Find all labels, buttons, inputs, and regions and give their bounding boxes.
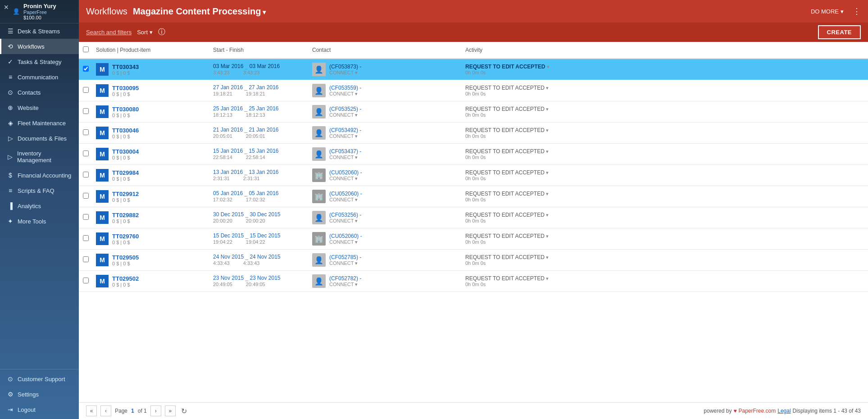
table-row[interactable]: M TT029502 0 $ | 0 $ 23 Nov 2015 _ 23 No…	[79, 271, 868, 292]
row-checkbox-7[interactable]	[83, 214, 89, 220]
contact-id[interactable]: (CF052785) -	[329, 254, 361, 260]
tt-number[interactable]: TT030095	[112, 85, 139, 91]
contact-id[interactable]: (CF053437) -	[329, 148, 361, 155]
search-filter-link[interactable]: Search and filters	[86, 29, 132, 36]
row-checkbox-8[interactable]	[83, 235, 89, 241]
row-checkbox-1[interactable]	[83, 87, 89, 93]
row-checkbox-0[interactable]	[83, 66, 89, 72]
table-row[interactable]: M TT030080 0 $ | 0 $ 25 Jan 2016 _ 25 Ja…	[79, 101, 868, 123]
sidebar-item-scripts-faq[interactable]: ≡ Scripts & FAQ	[0, 183, 79, 198]
sidebar-item-tasks-strategy[interactable]: ✓ Tasks & Strategy	[0, 54, 79, 69]
connect-link[interactable]: CONNECT ▾	[329, 70, 361, 76]
refresh-button[interactable]: ↻	[181, 407, 187, 415]
row-checkbox-9[interactable]	[83, 256, 89, 262]
activity-expand-icon[interactable]: ▾	[546, 191, 549, 196]
sidebar-item-desk-streams[interactable]: ☰ Desk & Streams	[0, 23, 79, 39]
table-row[interactable]: M TT029882 0 $ | 0 $ 30 Dec 2015 _ 30 De…	[79, 207, 868, 228]
connect-link[interactable]: CONNECT ▾	[329, 176, 362, 182]
row-checkbox-5[interactable]	[83, 172, 89, 178]
sidebar-item-workflows[interactable]: ⟲ Workflows	[0, 39, 79, 54]
table-row[interactable]: M TT029984 0 $ | 0 $ 13 Jan 2016 _ 13 Ja…	[79, 165, 868, 186]
connect-link[interactable]: CONNECT ▾	[329, 260, 361, 266]
contact-id[interactable]: (CU052060) -	[329, 191, 362, 197]
table-row[interactable]: M TT029760 0 $ | 0 $ 15 Dec 2015 _ 15 De…	[79, 228, 868, 250]
tt-number[interactable]: TT029882	[112, 212, 139, 219]
row-checkbox-10[interactable]	[83, 278, 89, 283]
connect-link[interactable]: CONNECT ▾	[329, 112, 361, 118]
legal-link[interactable]: Legal	[777, 408, 791, 414]
tt-amount: 0 $ | 0 $	[112, 155, 139, 160]
connect-link[interactable]: CONNECT ▾	[329, 155, 361, 160]
first-page-button[interactable]: «	[86, 405, 97, 416]
table-row[interactable]: M TT030343 0 $ | 0 $ 03 Mar 2016 _ 03 Ma…	[79, 59, 868, 80]
activity-expand-icon[interactable]: ▾	[546, 233, 549, 239]
tt-number[interactable]: TT029760	[112, 233, 139, 240]
tt-number[interactable]: TT029912	[112, 191, 139, 197]
tt-number[interactable]: TT029505	[112, 254, 139, 261]
connect-link[interactable]: CONNECT ▾	[329, 91, 361, 97]
select-all-checkbox[interactable]	[83, 46, 89, 52]
activity-expand-icon[interactable]: ▾	[547, 64, 550, 69]
paperfree-logo[interactable]: PaperFree.com	[739, 408, 776, 414]
activity-expand-icon[interactable]: ▾	[546, 276, 549, 281]
activity-expand-icon[interactable]: ▾	[546, 85, 549, 91]
contact-id[interactable]: (CU052060) -	[329, 233, 362, 239]
sidebar-item-logout[interactable]: ⇥ Logout	[0, 402, 79, 417]
close-icon[interactable]: ✕	[4, 4, 9, 11]
contact-id[interactable]: (CF053256) -	[329, 212, 361, 218]
table-row[interactable]: M TT030004 0 $ | 0 $ 15 Jan 2016 _ 15 Ja…	[79, 144, 868, 165]
do-more-button[interactable]: DO MORE ▾	[811, 8, 844, 15]
tt-number[interactable]: TT030046	[112, 127, 139, 134]
last-page-button[interactable]: »	[165, 405, 176, 416]
sidebar-item-analytics[interactable]: ▐ Analytics	[0, 198, 79, 214]
sidebar-item-financial-accounting[interactable]: $ Financial Accounting	[0, 168, 79, 183]
connect-link[interactable]: CONNECT ▾	[329, 239, 362, 245]
tt-number[interactable]: TT029984	[112, 169, 139, 176]
row-checkbox-6[interactable]	[83, 193, 89, 199]
workflow-name[interactable]: Magazine Content Processing	[133, 6, 266, 17]
sidebar-item-fleet-maintenance[interactable]: ◈ Fleet Maintenance	[0, 115, 79, 131]
next-page-button[interactable]: ›	[150, 405, 161, 416]
contact-id[interactable]: (CF053873) -	[329, 64, 361, 70]
connect-link[interactable]: CONNECT ▾	[329, 197, 362, 203]
connect-link[interactable]: CONNECT ▾	[329, 133, 361, 139]
info-icon[interactable]: ⓘ	[158, 27, 165, 37]
sidebar-item-website[interactable]: ⊕ Website	[0, 100, 79, 115]
table-row[interactable]: M TT029912 0 $ | 0 $ 05 Jan 2016 _ 05 Ja…	[79, 186, 868, 207]
contact-id[interactable]: (CF053492) -	[329, 127, 361, 133]
website-icon: ⊕	[7, 104, 14, 111]
sidebar-item-settings[interactable]: ⚙ Settings	[0, 387, 79, 402]
row-checkbox-3[interactable]	[83, 129, 89, 135]
activity-expand-icon[interactable]: ▾	[546, 170, 549, 175]
sidebar-item-contacts[interactable]: ⊙ Contacts	[0, 85, 79, 100]
connect-link[interactable]: CONNECT ▾	[329, 218, 361, 224]
sidebar-item-customer-support[interactable]: ⊙ Customer Support	[0, 371, 79, 387]
prev-page-button[interactable]: ‹	[100, 405, 111, 416]
sidebar-item-communication[interactable]: ≡ Communication	[0, 69, 79, 85]
sidebar-item-documents-files[interactable]: ▷ Documents & Files	[0, 131, 79, 146]
row-checkbox-2[interactable]	[83, 108, 89, 114]
more-options-icon[interactable]: ⋮	[853, 6, 861, 16]
activity-expand-icon[interactable]: ▾	[546, 212, 549, 218]
connect-link[interactable]: CONNECT ▾	[329, 282, 361, 287]
activity-expand-icon[interactable]: ▾	[546, 106, 549, 112]
sidebar-item-more-tools[interactable]: ✦ More Tools	[0, 214, 79, 229]
table-row[interactable]: M TT030095 0 $ | 0 $ 27 Jan 2016 _ 27 Ja…	[79, 80, 868, 101]
activity-expand-icon[interactable]: ▾	[546, 128, 549, 133]
tt-number[interactable]: TT030343	[112, 64, 139, 70]
tt-number[interactable]: TT029502	[112, 275, 139, 282]
tt-number[interactable]: TT030080	[112, 106, 139, 113]
table-row[interactable]: M TT030046 0 $ | 0 $ 21 Jan 2016 _ 21 Ja…	[79, 123, 868, 144]
sort-button[interactable]: Sort ▾	[137, 29, 153, 36]
contact-id[interactable]: (CU052060) -	[329, 169, 362, 176]
contact-id[interactable]: (CF053559) -	[329, 85, 361, 91]
contact-id[interactable]: (CF053525) -	[329, 106, 361, 112]
row-checkbox-4[interactable]	[83, 150, 89, 156]
table-row[interactable]: M TT029505 0 $ | 0 $ 24 Nov 2015 _ 24 No…	[79, 250, 868, 271]
activity-expand-icon[interactable]: ▾	[546, 255, 549, 260]
sidebar-item-inventory-management[interactable]: ▷ Inventory Management	[0, 146, 79, 168]
contact-id[interactable]: (CF052782) -	[329, 275, 361, 282]
tt-number[interactable]: TT030004	[112, 148, 139, 155]
activity-expand-icon[interactable]: ▾	[546, 149, 549, 154]
create-button[interactable]: CREATE	[818, 25, 861, 39]
